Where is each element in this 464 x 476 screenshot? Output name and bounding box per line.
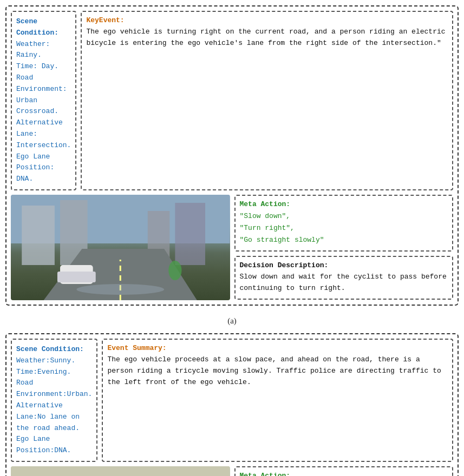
- key-event-panel-a: KeyEvent: The ego vehicle is turning rig…: [81, 11, 453, 190]
- section-a-right-panels: Meta Action: "Slow down", "Turn right", …: [234, 195, 454, 300]
- section-b-right-panels: Meta Action: "Go straight slowly" Decisi…: [234, 466, 454, 476]
- scene-condition-panel-a: Scene Condition: Weather: Rainy. Time: D…: [11, 11, 76, 190]
- scene-title-a: Scene Condition:: [16, 16, 71, 39]
- scene-line-alt-a: Alternative Lane: Intersection.: [16, 117, 71, 151]
- section-b-top-row: Scene Condition: Weather:Sunny. Time:Eve…: [11, 339, 453, 462]
- decision-body-a: Slow down and wait for the cyclist to pa…: [240, 272, 448, 294]
- svg-rect-1: [22, 206, 55, 265]
- meta-action-title-a: Meta Action:: [240, 200, 448, 208]
- event-summary-title-b: Event Summary:: [107, 344, 448, 352]
- road-scene-svg-a: [11, 195, 230, 300]
- key-event-body-a: The ego vehicle is turning right on the …: [86, 27, 448, 49]
- section-a-wrapper: Scene Condition: Weather: Rainy. Time: D…: [5, 5, 459, 306]
- scene-condition-panel-b: Scene Condition: Weather:Sunny. Time:Eve…: [11, 339, 97, 462]
- key-event-title-a: KeyEvent:: [86, 16, 448, 24]
- caption-a: (a): [5, 316, 459, 326]
- road-image-a: [11, 195, 230, 300]
- scene-line-time-b: Time:Evening.: [16, 367, 92, 378]
- meta-action-title-b: Meta Action:: [240, 472, 448, 476]
- decision-title-a: Decision Description:: [240, 261, 448, 269]
- svg-rect-9: [57, 272, 96, 282]
- scene-line-alt-b: Alternative Lane:No lane on the road ahe…: [16, 400, 92, 434]
- scene-line-weather-b: Weather:Sunny.: [16, 355, 92, 367]
- event-summary-panel-b: Event Summary: The ego vehicle proceeds …: [102, 339, 453, 462]
- svg-point-7: [168, 261, 181, 280]
- svg-rect-4: [175, 203, 205, 265]
- section-b-wrapper: Scene Condition: Weather:Sunny. Time:Eve…: [5, 333, 459, 476]
- scene-line-time-a: Time: Day.: [16, 61, 71, 72]
- decision-panel-a: Decision Description: Slow down and wait…: [234, 256, 454, 300]
- road-image-b: [11, 466, 230, 476]
- meta-action-line-0-a: "Slow down",: [240, 210, 448, 222]
- meta-action-line-1-a: "Turn right",: [240, 222, 448, 234]
- svg-rect-11: [11, 466, 230, 476]
- scene-line-ego-a: Ego Lane Position: DNA.: [16, 151, 71, 185]
- event-summary-body-b: The ego vehicle proceeds at a slow pace,…: [107, 354, 448, 388]
- section-a-bottom-row: Meta Action: "Slow down", "Turn right", …: [11, 195, 453, 300]
- svg-point-10: [76, 284, 164, 295]
- section-b-bottom-row: Meta Action: "Go straight slowly" Decisi…: [11, 466, 453, 476]
- meta-action-panel-b: Meta Action: "Go straight slowly": [234, 466, 454, 476]
- scene-line-weather-a: Weather: Rainy.: [16, 39, 71, 62]
- section-a-top-row: Scene Condition: Weather: Rainy. Time: D…: [11, 11, 453, 190]
- meta-action-panel-a: Meta Action: "Slow down", "Turn right", …: [234, 195, 454, 252]
- scene-line-road-a: Road Environment: Urban Crossroad.: [16, 72, 71, 117]
- scene-line-road-b: Road Environment:Urban.: [16, 378, 92, 400]
- scene-line-ego-b: Ego Lane Position:DNA.: [16, 434, 92, 457]
- scene-title-b: Scene Condition:: [16, 344, 92, 355]
- meta-action-line-2-a: "Go straight slowly": [240, 234, 448, 246]
- road-scene-svg-b: [11, 466, 230, 476]
